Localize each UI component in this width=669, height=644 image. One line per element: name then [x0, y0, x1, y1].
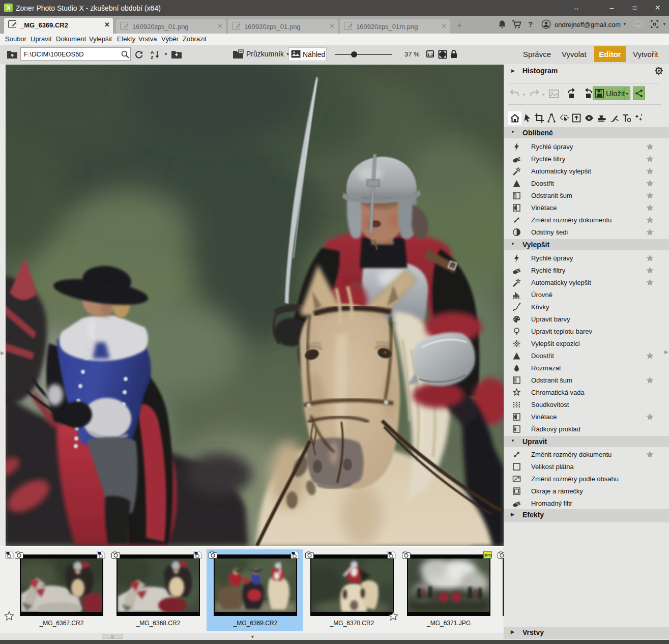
svg-text:A: A: [151, 50, 154, 55]
svg-text:Z: Z: [151, 55, 154, 60]
